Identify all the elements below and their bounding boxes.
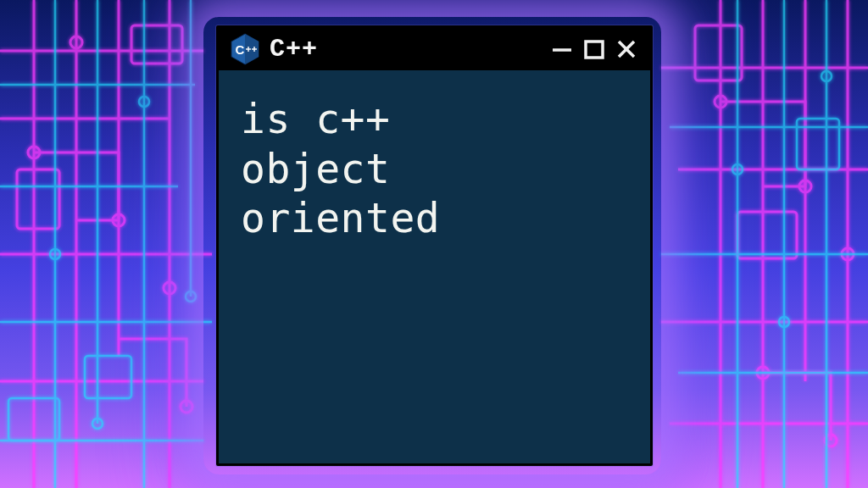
svg-rect-21 — [85, 356, 131, 398]
svg-rect-13 — [695, 25, 742, 80]
terminal-body[interactable]: is c++ object oriented — [219, 70, 650, 463]
svg-rect-32 — [586, 42, 603, 58]
svg-text:C: C — [236, 42, 245, 57]
svg-rect-11 — [131, 25, 182, 64]
minimize-button[interactable] — [550, 37, 574, 61]
svg-rect-10 — [17, 169, 59, 229]
terminal-text: is c++ object oriented — [241, 94, 628, 243]
maximize-button[interactable] — [582, 37, 606, 61]
window-title: C++ — [270, 35, 540, 64]
svg-rect-12 — [737, 212, 797, 258]
terminal-window: C C++ is c++ object orie — [216, 25, 653, 466]
window-controls — [550, 37, 638, 61]
cpp-hex-icon: C — [231, 33, 259, 65]
close-button[interactable] — [615, 37, 638, 61]
titlebar[interactable]: C C++ — [219, 28, 650, 70]
